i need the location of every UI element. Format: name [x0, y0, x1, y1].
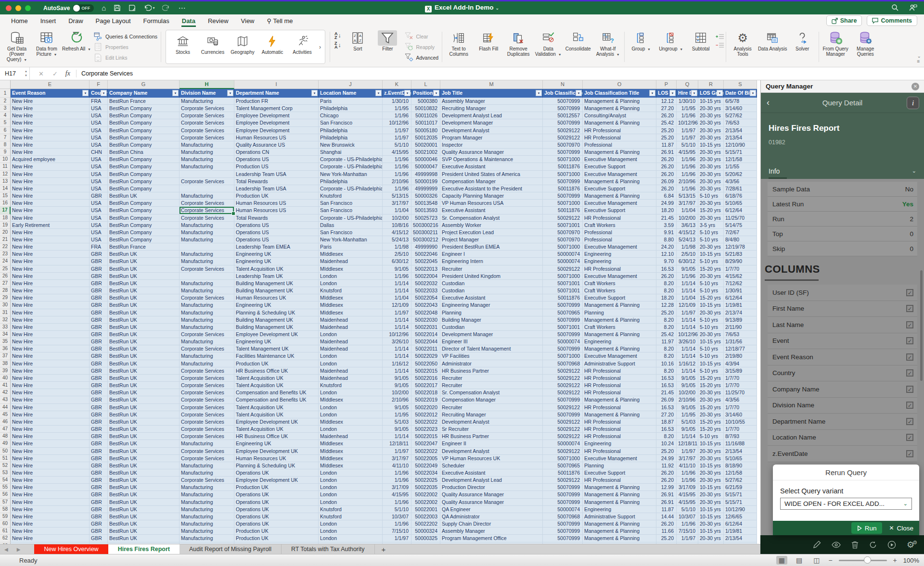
row-header-57[interactable]: 57 [0, 499, 11, 506]
grid-cell-H51[interactable]: Corporate Services [180, 455, 234, 462]
grid-cell-H59[interactable]: Manufacturing [180, 513, 234, 520]
grid-cell-F53[interactable]: GBR [90, 469, 108, 477]
grid-cell-N21[interactable]: 50070970 [543, 236, 583, 243]
grid-cell-O4[interactable]: Consulting/Analyst [583, 112, 656, 119]
column-checkbox[interactable]: ✓ [906, 450, 913, 457]
grid-cell-E12[interactable]: New Hire [11, 171, 90, 178]
grid-cell-K37[interactable]: 1/1/14 [383, 352, 411, 360]
grid-cell-P33[interactable]: 8.20 [656, 324, 677, 331]
grid-cell-L59[interactable]: 50022003 [411, 513, 440, 520]
row-header-30[interactable]: 30 [0, 302, 11, 309]
grid-cell-K43[interactable]: 2/10/96 [383, 396, 411, 403]
grid-cell-N43[interactable]: 50070999 [543, 396, 583, 403]
grid-cell-R20[interactable]: 5-10 yrs [698, 229, 724, 236]
grid-cell-M46[interactable]: Development Analyst [440, 418, 543, 426]
grid-cell-R45[interactable]: 20-30 yrs [698, 411, 724, 418]
grid-cell-F19[interactable]: USA [90, 222, 108, 229]
grid-cell-J21[interactable]: New York-Manhattan [319, 236, 383, 243]
grid-cell-S52[interactable]: 8/18/90 [724, 462, 757, 469]
grid-cell-P8[interactable]: 11.87 [656, 141, 677, 149]
grid-cell-P38[interactable]: 10.16 [656, 360, 677, 367]
grid-cell-G8[interactable]: BestRun Company [108, 141, 180, 149]
grid-cell-H6[interactable]: Corporate Services [180, 127, 234, 134]
grid-cell-L38[interactable]: 50022050 [411, 360, 440, 367]
grid-cell-M21[interactable]: Project Manager [440, 236, 543, 243]
grid-cell-F6[interactable]: USA [90, 127, 108, 134]
grid-cell-G42[interactable]: BestRun UK [108, 389, 180, 396]
grid-cell-Q15[interactable]: 5/13/15 [677, 192, 698, 200]
grid-cell-I42[interactable]: Compensation and Benefits UK [234, 389, 319, 396]
grid-cell-H52[interactable]: Manufacturing [180, 462, 234, 469]
grid-cell-R4[interactable]: 20-30 yrs [698, 112, 724, 119]
row-header-59[interactable]: 59 [0, 513, 11, 520]
variant-select[interactable]: WIDE OPEN - FOR EXCEL ADD...⌄ [780, 498, 912, 510]
grid-cell-S12[interactable]: 5/20/62 [724, 171, 757, 178]
grid-cell-E40[interactable]: New Hire [11, 375, 90, 382]
grid-cell-H45[interactable]: Corporate Services [180, 411, 234, 418]
grid-cell-M32[interactable]: Building Manager [440, 316, 543, 324]
grid-cell-L31[interactable]: 50022048 [411, 309, 440, 316]
grid-cell-J57[interactable]: London [319, 499, 383, 506]
grid-cell-N27[interactable]: 50071001 [543, 280, 583, 287]
grid-cell-H20[interactable]: Manufacturing [180, 229, 234, 236]
grid-cell-O45[interactable]: Management & Planning [583, 411, 656, 418]
grid-cell-K59[interactable]: 10/3/07 [383, 513, 411, 520]
grid-cell-F43[interactable]: GBR [90, 396, 108, 403]
grid-cell-K19[interactable]: 10/8/16 [383, 222, 411, 229]
grid-cell-G23[interactable]: BestRun UK [108, 251, 180, 258]
filter-button[interactable]: Filter [372, 28, 402, 51]
grid-cell-S23[interactable]: 5/21/83 [724, 251, 757, 258]
grid-cell-I26[interactable]: Leadership Team UK [234, 273, 319, 280]
group-button[interactable]: Group ▼ [626, 28, 656, 52]
table-header-R[interactable]: LOS Group▼ [698, 89, 724, 98]
delete-trash-icon[interactable] [851, 541, 859, 549]
grid-cell-K34[interactable]: 10/12/96 [383, 331, 411, 338]
row-header-52[interactable]: 52 [0, 462, 11, 469]
grid-cell-I4[interactable]: Employee Development [234, 112, 319, 119]
data-types-more-icon[interactable]: › [319, 44, 321, 50]
grid-cell-G54[interactable]: BestRun UK [108, 477, 180, 484]
grid-cell-P21[interactable]: 8.80 [656, 236, 677, 243]
grid-cell-S6[interactable]: 2/13/54 [724, 127, 757, 134]
back-chevron-icon[interactable]: ‹ [767, 98, 770, 108]
show-detail-icon[interactable] [716, 34, 724, 39]
grid-cell-L33[interactable]: 50022031 [411, 324, 440, 331]
grid-cell-I31[interactable]: Planning & Scheduling UK [234, 309, 319, 316]
grid-cell-N8[interactable]: 50070970 [543, 141, 583, 149]
grid-cell-P18[interactable]: 21.45 [656, 214, 677, 222]
grid-cell-N42[interactable]: 50029122 [543, 389, 583, 396]
pane-close-icon[interactable]: ✕ [911, 83, 919, 90]
grid-cell-M56[interactable]: Quality Assurance Manager [440, 491, 543, 498]
solver-button[interactable]: Solver [787, 28, 817, 51]
zoom-slider[interactable] [839, 560, 887, 561]
close-window-button[interactable] [6, 5, 12, 11]
remove-duplicates-button[interactable]: Remove Duplicates [503, 28, 533, 57]
grid-cell-M45[interactable]: Recruiting Manager [440, 411, 543, 418]
row-header-33[interactable]: 33 [0, 324, 11, 331]
grid-cell-R31[interactable]: 20-30 yrs [698, 309, 724, 316]
grid-cell-L37[interactable]: 50022029 [411, 352, 440, 360]
table-header-P[interactable]: LOS▼ [656, 89, 677, 98]
grid-cell-I15[interactable]: Production UK [234, 192, 319, 200]
grid-cell-G56[interactable]: BestRun UK [108, 491, 180, 498]
grid-cell-K12[interactable]: 1/1/96 [383, 171, 411, 178]
grid-cell-M10[interactable]: SVP Operations & Maintenance [440, 156, 543, 163]
row-header-11[interactable]: 11 [0, 163, 11, 170]
grid-cell-F31[interactable]: GBR [90, 309, 108, 316]
grid-cell-J23[interactable]: MIddlesex [319, 251, 383, 258]
grid-cell-J38[interactable]: London [319, 360, 383, 367]
grid-cell-O59[interactable]: Administrative Support [583, 513, 656, 520]
grid-cell-Q10[interactable]: 1/1/96 [677, 156, 698, 163]
advanced-button[interactable]: Advanced [404, 53, 438, 62]
grid-cell-Q3[interactable]: 1/1/95 [677, 105, 698, 112]
grid-cell-S39[interactable]: 3/15/89 [724, 367, 757, 375]
grid-cell-F30[interactable]: GBR [90, 302, 108, 309]
grid-cell-O29[interactable]: Executive Support [583, 294, 656, 302]
grid-cell-I40[interactable]: Talent Acquisition UK [234, 375, 319, 382]
grid-cell-S32[interactable]: 9/13/89 [724, 316, 757, 324]
grid-cell-M4[interactable]: Development Analyst Lead [440, 112, 543, 119]
grid-cell-Q53[interactable]: 1/1/96 [677, 469, 698, 477]
grid-cell-F33[interactable]: GBR [90, 324, 108, 331]
grid-cell-H26[interactable] [180, 273, 234, 280]
grid-cell-P16[interactable]: 24.99 [656, 200, 677, 207]
